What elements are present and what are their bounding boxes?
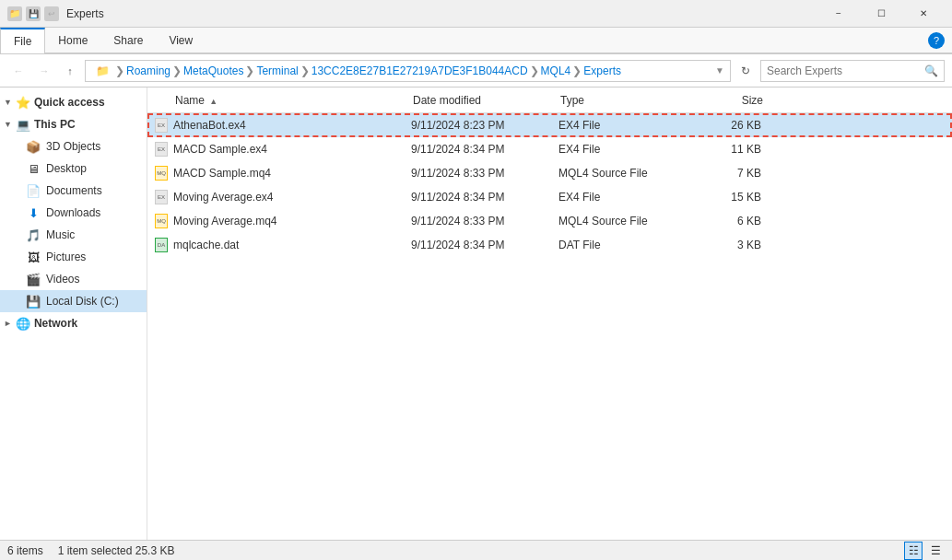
file-name: mqlcache.dat — [173, 239, 411, 251]
refresh-button[interactable]: ↻ — [735, 60, 757, 82]
save-icon[interactable]: 💾 — [26, 6, 41, 21]
sidebar-item-3d-objects[interactable]: 📦 3D Objects — [0, 135, 147, 158]
file-size: 26 KB — [688, 119, 761, 132]
file-list: EX AthenaBot.ex4 9/11/2024 8:23 PM EX4 F… — [147, 113, 952, 540]
this-pc-label: This PC — [34, 118, 76, 131]
breadcrumb-hash[interactable]: 13CC2E8E27B1E27219A7DE3F1B044ACD — [311, 64, 528, 77]
table-row[interactable]: MQ Moving Average.mq4 9/11/2024 8:33 PM … — [147, 209, 952, 233]
breadcrumb-dropdown-arrow[interactable]: ▼ — [715, 65, 724, 76]
file-icon-mq4: MQ — [155, 166, 168, 181]
forward-button[interactable]: → — [33, 60, 55, 82]
sidebar-item-pictures[interactable]: 🖼 Pictures — [0, 246, 147, 268]
sidebar-item-local-disk[interactable]: 💾 Local Disk (C:) — [0, 290, 147, 312]
undo-icon[interactable]: ↩ — [44, 6, 59, 21]
details-view-button[interactable]: ☰ — [926, 542, 945, 560]
title-bar: 📁 💾 ↩ Experts − ☐ ✕ — [0, 0, 952, 28]
col-header-type[interactable]: Type — [560, 94, 689, 107]
view-controls: ☷ ☰ — [904, 542, 945, 560]
column-headers: Name ▲ Date modified Type Size — [147, 88, 952, 113]
chevron-down-icon-pc: ▼ — [4, 120, 12, 129]
maximize-button[interactable]: ☐ — [860, 0, 902, 28]
address-bar: ← → ↑ 📁 ❯ Roaming ❯ MetaQuotes ❯ Termina… — [0, 54, 952, 88]
local-disk-icon: 💾 — [26, 294, 41, 309]
sidebar-item-downloads[interactable]: ⬇ Downloads — [0, 202, 147, 224]
file-type: EX4 File — [558, 119, 688, 132]
sidebar-label-documents: Documents — [46, 184, 102, 197]
window-controls: − ☐ ✕ — [817, 0, 945, 28]
tab-view[interactable]: View — [156, 28, 206, 52]
file-size: 6 KB — [688, 215, 761, 228]
file-name: MACD Sample.mq4 — [173, 167, 411, 180]
file-type: MQL4 Source File — [558, 215, 688, 228]
sort-arrow-icon: ▲ — [209, 97, 217, 106]
file-icon-ex4: EX — [155, 190, 168, 204]
main-area: ▼ ⭐ Quick access ▼ 💻 This PC 📦 3D Object… — [0, 88, 952, 540]
file-icon-dat: DA — [155, 238, 168, 252]
item-count: 6 items — [7, 544, 43, 557]
status-bar: 6 items 1 item selected 25.3 KB ☷ ☰ — [0, 540, 952, 560]
tab-file[interactable]: File — [0, 28, 45, 53]
title-bar-icons: 📁 💾 ↩ — [7, 6, 59, 21]
breadcrumb[interactable]: 📁 ❯ Roaming ❯ MetaQuotes ❯ Terminal ❯ 13… — [85, 60, 731, 82]
sidebar-network-header[interactable]: ► 🌐 Network — [0, 312, 147, 334]
tab-home[interactable]: Home — [45, 28, 100, 52]
col-header-name[interactable]: Name ▲ — [175, 94, 413, 107]
breadcrumb-metaquotes[interactable]: MetaQuotes — [183, 64, 243, 77]
file-size: 15 KB — [688, 191, 761, 204]
sidebar-item-music[interactable]: 🎵 Music — [0, 224, 147, 246]
table-row[interactable]: MQ MACD Sample.mq4 9/11/2024 8:33 PM MQL… — [147, 161, 952, 185]
help-icon[interactable]: ? — [928, 32, 945, 49]
file-date: 9/11/2024 8:23 PM — [411, 119, 558, 132]
sidebar-label-downloads: Downloads — [46, 206, 100, 219]
ribbon-tabs: File Home Share View ? — [0, 28, 952, 53]
3d-objects-icon: 📦 — [26, 139, 41, 154]
breadcrumb-mql4[interactable]: MQL4 — [541, 64, 571, 77]
sidebar-label-videos: Videos — [46, 273, 79, 286]
table-row[interactable]: DA mqlcache.dat 9/11/2024 8:34 PM DAT Fi… — [147, 233, 952, 257]
file-date: 9/11/2024 8:34 PM — [411, 239, 558, 251]
table-row[interactable]: EX Moving Average.ex4 9/11/2024 8:34 PM … — [147, 185, 952, 209]
file-date: 9/11/2024 8:33 PM — [411, 215, 558, 228]
chevron-down-icon: ▼ — [4, 98, 12, 107]
sidebar-label-localdisk: Local Disk (C:) — [46, 295, 119, 308]
file-name: AthenaBot.ex4 — [173, 119, 411, 132]
minimize-button[interactable]: − — [817, 0, 860, 28]
sidebar-label-desktop: Desktop — [46, 162, 87, 175]
chevron-right-icon-net: ► — [4, 319, 12, 328]
file-icon-ex4: EX — [155, 142, 168, 157]
pictures-icon: 🖼 — [26, 250, 41, 264]
sidebar-item-videos[interactable]: 🎬 Videos — [0, 268, 147, 290]
sidebar-item-desktop[interactable]: 🖥 Desktop — [0, 158, 147, 180]
col-header-date[interactable]: Date modified — [413, 94, 560, 107]
sidebar-quick-access-header[interactable]: ▼ ⭐ Quick access — [0, 91, 147, 113]
file-size: 11 KB — [688, 143, 761, 156]
sidebar-label-music: Music — [46, 228, 75, 241]
file-size: 7 KB — [688, 167, 761, 180]
list-view-button[interactable]: ☷ — [904, 542, 923, 560]
table-row[interactable]: EX MACD Sample.ex4 9/11/2024 8:34 PM EX4… — [147, 137, 952, 161]
window-title: Experts — [66, 7, 817, 20]
file-type: EX4 File — [558, 143, 688, 156]
close-button[interactable]: ✕ — [902, 0, 945, 28]
tab-share[interactable]: Share — [100, 28, 156, 52]
sidebar-label-pictures: Pictures — [46, 251, 86, 263]
videos-icon: 🎬 — [26, 272, 41, 286]
search-input[interactable] — [767, 64, 924, 77]
ribbon: File Home Share View ? — [0, 28, 952, 54]
music-icon: 🎵 — [26, 228, 41, 242]
file-type: MQL4 Source File — [558, 167, 688, 180]
breadcrumb-roaming[interactable]: Roaming — [126, 64, 170, 77]
table-row[interactable]: EX AthenaBot.ex4 9/11/2024 8:23 PM EX4 F… — [147, 113, 952, 137]
quick-access-sidebar-icon: ⭐ — [16, 95, 30, 110]
file-icon-mq4: MQ — [155, 214, 168, 228]
sidebar-thispc-header[interactable]: ▼ 💻 This PC — [0, 113, 147, 135]
breadcrumb-experts[interactable]: Experts — [583, 64, 621, 77]
sidebar-item-documents[interactable]: 📄 Documents — [0, 180, 147, 202]
col-header-size[interactable]: Size — [689, 94, 763, 107]
file-date: 9/11/2024 8:33 PM — [411, 167, 558, 180]
up-button[interactable]: ↑ — [59, 60, 81, 82]
breadcrumb-terminal[interactable]: Terminal — [256, 64, 298, 77]
file-name: Moving Average.mq4 — [173, 215, 411, 228]
back-button[interactable]: ← — [7, 60, 29, 82]
search-box[interactable]: 🔍 — [760, 60, 945, 82]
